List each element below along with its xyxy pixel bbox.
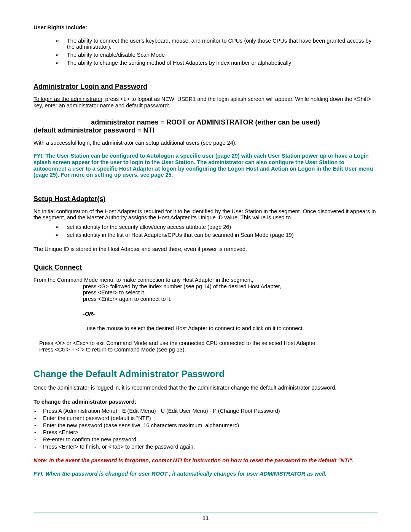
list-item: Press <Enter> to finish, or <Tab> to ent…	[33, 444, 378, 450]
admin-names-line: administrator names = ROOT or ADMINISTRA…	[33, 118, 378, 126]
setup-host-list: set its identity for the security allow/…	[55, 224, 378, 238]
setup-host-para1: No initial configuration of the Host Ada…	[33, 208, 378, 221]
admin-fyi-note: FYI: The User Station can be configured …	[33, 153, 378, 178]
setup-host-heading: Setup Host Adapter(s)	[33, 195, 378, 203]
list-item: Press <Enter>	[33, 429, 378, 436]
login-lead: To login as the administrator,	[33, 96, 104, 102]
change-note-red: Note: In the event the password is forgo…	[33, 457, 378, 464]
list-item: Enter the current password (default is "…	[33, 415, 378, 422]
list-item: Re-enter to confirm the new password	[33, 436, 378, 443]
list-item: Press A (Administration Menu) - E (Edit …	[33, 408, 378, 414]
list-item: Enter the new password (case sensitive, …	[33, 422, 378, 429]
page-footer: 11	[33, 513, 378, 521]
quick-l6: Press <X> or <Esc> to exit Command Mode …	[39, 340, 378, 347]
setup-host-para2: The Unique ID is stored in the Host Adap…	[33, 246, 378, 252]
document-page: User Rights Include: The ability to conn…	[0, 0, 411, 532]
quick-l5: use the mouse to select the desired Host…	[87, 325, 378, 332]
quick-l2: press <G> followed by the index number (…	[83, 283, 378, 290]
admin-login-para: To login as the administrator, press <L>…	[33, 96, 378, 109]
change-steps-list: Press A (Administration Menu) - E (Edit …	[33, 408, 378, 450]
admin-default-line: default administrator password = NTI	[33, 126, 378, 134]
list-item: set its identity in the list of Host Ada…	[55, 232, 378, 238]
list-item: The ability to enable/disable Scan Mode	[55, 52, 378, 58]
change-fyi-teal: FYI: When the password is changed for us…	[33, 471, 378, 477]
change-password-heading: Change the Default Administrator Passwor…	[33, 369, 378, 379]
page-number: 11	[33, 515, 378, 521]
user-rights-label: User Rights Include:	[33, 24, 378, 31]
list-item: set its identity for the security allow/…	[55, 224, 378, 230]
quick-or: -OR-	[83, 311, 378, 317]
user-rights-list: The ability to connect the user's keyboa…	[55, 38, 378, 66]
footer-rule	[33, 513, 378, 513]
admin-credentials-block: administrator names = ROOT or ADMINISTRA…	[33, 118, 378, 134]
list-item: The ability to change the sorting method…	[55, 60, 378, 66]
change-sub-label: To change the administrator password:	[33, 399, 378, 405]
list-item: The ability to connect the user's keyboa…	[55, 38, 378, 50]
quick-connect-heading: Quick Connect	[33, 264, 378, 272]
quick-l1: From the Command Mode menu, to make conn…	[33, 277, 378, 283]
quick-l7: Press <Ctrl> + <`> to return to Command …	[39, 347, 378, 353]
admin-login-heading: Administrator Login and Password	[33, 83, 378, 91]
admin-success-line: With a successful login, the administrat…	[33, 140, 378, 146]
quick-l4: press <Enter> again to connect to it.	[83, 296, 378, 302]
change-intro: Once the administrator is logged in, it …	[33, 385, 378, 391]
quick-l3: press <Enter> to select it,	[83, 289, 378, 296]
